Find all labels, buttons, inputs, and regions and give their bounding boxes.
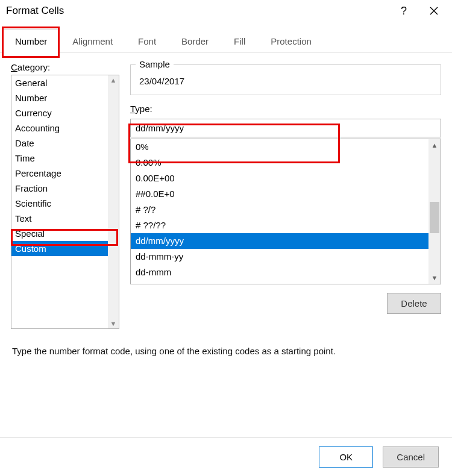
tab-alignment[interactable]: Alignment	[60, 30, 125, 52]
type-label: Type:	[130, 104, 441, 114]
category-item[interactable]: Text	[11, 211, 119, 226]
close-icon	[430, 7, 438, 15]
format-item[interactable]: mmm-yy	[131, 280, 428, 284]
help-text: Type the number format code, using one o…	[11, 346, 441, 356]
tab-border[interactable]: Border	[169, 30, 221, 52]
scrollbar-track[interactable]	[428, 151, 441, 272]
format-scrollbar[interactable]: ▲ ▼	[428, 139, 441, 284]
format-listbox[interactable]: 0%0.00%0.00E+00##0.0E+0# ?/?# ??/??dd/mm…	[130, 139, 441, 284]
category-item[interactable]: Time	[11, 151, 119, 166]
category-item[interactable]: Currency	[11, 105, 119, 121]
category-item[interactable]: Date	[11, 136, 119, 151]
scroll-up-icon[interactable]: ▲	[428, 139, 441, 151]
format-item[interactable]: # ??/??	[131, 218, 428, 233]
sample-value: 23/04/2017	[138, 74, 433, 86]
tab-protection[interactable]: Protection	[258, 30, 324, 52]
dialog-footer: OK Cancel	[0, 437, 452, 476]
scroll-up-icon[interactable]: ▲	[108, 75, 119, 85]
format-item[interactable]: 0%	[131, 139, 428, 155]
category-label: Category:	[11, 62, 119, 72]
close-button[interactable]	[422, 2, 446, 19]
delete-button[interactable]: Delete	[387, 293, 441, 314]
scrollbar-thumb[interactable]	[430, 202, 439, 233]
ok-button[interactable]: OK	[319, 446, 373, 468]
category-listbox[interactable]: GeneralNumberCurrencyAccountingDateTimeP…	[11, 75, 119, 329]
scroll-down-icon[interactable]: ▼	[428, 272, 441, 284]
category-item[interactable]: General	[11, 75, 119, 90]
category-item[interactable]: Accounting	[11, 121, 119, 136]
format-item[interactable]: 0.00%	[131, 155, 428, 171]
category-item[interactable]: Special	[11, 226, 119, 241]
titlebar: Format Cells ?	[0, 0, 452, 24]
format-item[interactable]: dd/mm/yyyy	[131, 233, 428, 249]
tab-number[interactable]: Number	[2, 30, 60, 52]
window-title: Format Cells	[6, 5, 386, 17]
category-item[interactable]: Percentage	[11, 166, 119, 181]
format-item[interactable]: ##0.0E+0	[131, 186, 428, 202]
format-item[interactable]: # ?/?	[131, 202, 428, 218]
category-item[interactable]: Fraction	[11, 181, 119, 196]
category-scrollbar[interactable]: ▲ ▼	[108, 75, 119, 328]
scroll-down-icon[interactable]: ▼	[108, 319, 119, 328]
category-item[interactable]: Custom	[11, 241, 119, 256]
sample-label: Sample	[136, 59, 174, 69]
tab-bar: NumberAlignmentFontBorderFillProtection	[0, 29, 452, 52]
tab-fill[interactable]: Fill	[221, 30, 258, 52]
tab-content-number: Category: GeneralNumberCurrencyAccountin…	[0, 52, 452, 362]
category-item[interactable]: Scientific	[11, 196, 119, 211]
type-input[interactable]	[130, 119, 441, 137]
category-item[interactable]: Number	[11, 90, 119, 105]
format-item[interactable]: dd-mmm	[131, 265, 428, 280]
help-button[interactable]: ?	[392, 2, 416, 19]
tab-font[interactable]: Font	[125, 30, 169, 52]
sample-box: Sample 23/04/2017	[130, 64, 441, 95]
format-item[interactable]: dd-mmm-yy	[131, 249, 428, 265]
cancel-button[interactable]: Cancel	[383, 446, 439, 468]
format-item[interactable]: 0.00E+00	[131, 171, 428, 186]
